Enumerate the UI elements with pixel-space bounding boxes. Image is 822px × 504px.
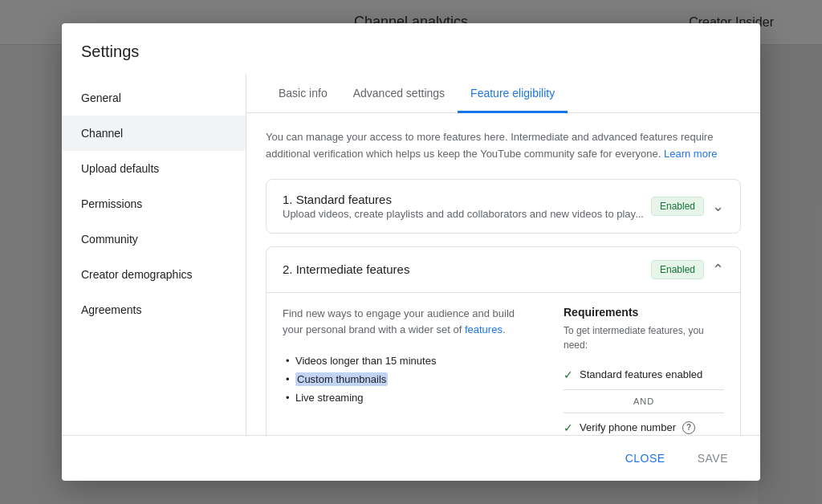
sidebar-item-permissions[interactable]: Permissions — [62, 186, 246, 222]
close-button[interactable]: CLOSE — [612, 445, 678, 471]
standard-features-header[interactable]: 1. Standard features Upload videos, crea… — [267, 180, 740, 233]
help-icon[interactable]: ? — [682, 421, 695, 434]
list-item: Custom thumbnails — [283, 370, 531, 388]
tab-basic-info[interactable]: Basic info — [266, 74, 340, 113]
standard-feature-title: 1. Standard features Upload videos, crea… — [283, 193, 651, 220]
requirements-panel: Requirements To get intermediate feature… — [564, 293, 724, 435]
sidebar-item-agreements[interactable]: Agreements — [62, 292, 246, 327]
modal-header: Settings — [62, 23, 760, 74]
modal-title: Settings — [81, 43, 741, 61]
list-item: Live streaming — [283, 388, 531, 407]
standard-features-card: 1. Standard features Upload videos, crea… — [266, 179, 741, 234]
intermediate-badge: Enabled — [651, 260, 704, 279]
sidebar-item-channel[interactable]: Channel — [62, 116, 246, 151]
tabs-bar: Basic info Advanced settings Feature eli… — [246, 74, 760, 113]
modal-footer: CLOSE SAVE — [62, 435, 760, 481]
sidebar-item-creator-demographics[interactable]: Creator demographics — [62, 257, 246, 292]
modal-body: General Channel Upload defaults Permissi… — [62, 74, 760, 435]
save-button[interactable]: SAVE — [685, 445, 741, 471]
requirement-phone: ✓ Verify phone number ? — [564, 417, 724, 435]
requirements-title: Requirements — [564, 306, 724, 319]
settings-sidebar: General Channel Upload defaults Permissi… — [62, 74, 246, 435]
intermediate-feature-list: Videos longer than 15 minutes Custom thu… — [283, 352, 531, 407]
tab-advanced-settings[interactable]: Advanced settings — [340, 74, 458, 113]
intermediate-description: Find new ways to engage your audience an… — [283, 293, 531, 339]
intermediate-feature-title: 2. Intermediate features — [283, 262, 651, 276]
check-icon-2: ✓ — [564, 421, 573, 434]
learn-more-link[interactable]: Learn more — [664, 148, 717, 160]
chevron-down-icon[interactable]: ⌄ — [712, 197, 724, 215]
tab-feature-eligibility[interactable]: Feature eligibility — [458, 74, 568, 113]
intermediate-features-header[interactable]: 2. Intermediate features Enabled ⌃ — [267, 247, 740, 292]
main-content: Basic info Advanced settings Feature eli… — [246, 74, 760, 435]
check-icon: ✓ — [564, 368, 573, 381]
intermediate-feature-name: 2. Intermediate features — [283, 262, 651, 276]
sidebar-item-community[interactable]: Community — [62, 222, 246, 257]
content-area: You can manage your access to more featu… — [246, 113, 760, 435]
standard-badge: Enabled — [651, 197, 704, 216]
intermediate-features-body: Find new ways to engage your audience an… — [267, 292, 740, 435]
feature-description: You can manage your access to more featu… — [266, 129, 741, 163]
requirement-standard: ✓ Standard features enabled — [564, 364, 724, 386]
settings-modal: Settings General Channel Upload defaults… — [62, 23, 760, 481]
standard-feature-name: 1. Standard features — [283, 193, 651, 206]
sidebar-item-upload-defaults[interactable]: Upload defaults — [62, 151, 246, 186]
list-item: Videos longer than 15 minutes — [283, 352, 531, 370]
and-divider: AND — [564, 389, 724, 413]
requirements-subtitle: To get intermediate features, you need: — [564, 323, 724, 352]
features-link[interactable]: features — [465, 323, 503, 335]
sidebar-item-general[interactable]: General — [62, 80, 246, 116]
standard-feature-desc: Upload videos, create playlists and add … — [283, 208, 651, 220]
intermediate-features-left: Find new ways to engage your audience an… — [283, 293, 531, 435]
intermediate-features-card: 2. Intermediate features Enabled ⌃ Find … — [266, 246, 741, 435]
chevron-up-icon[interactable]: ⌃ — [712, 261, 724, 278]
